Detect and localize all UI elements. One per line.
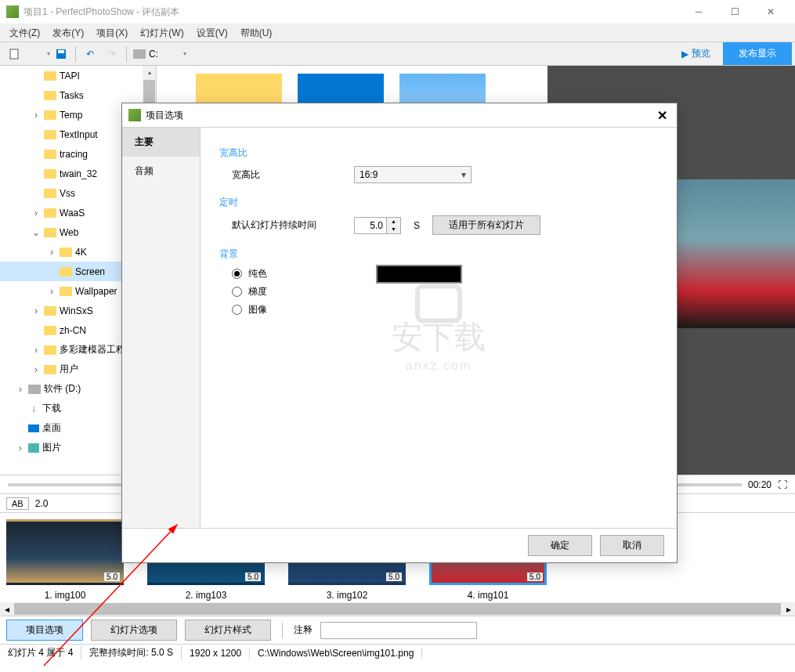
- folder-icon: [44, 306, 56, 316]
- publish-button[interactable]: 发布显示: [723, 42, 792, 65]
- spinner-down-icon[interactable]: ▼: [387, 226, 400, 233]
- dialog-content: 宽高比 宽高比 16:9 定时 默认幻灯片持续时间 ▲▼ S 适用于所有幻灯片 …: [201, 128, 677, 528]
- bg-color-swatch[interactable]: [376, 265, 462, 284]
- tab-audio[interactable]: 音频: [122, 157, 200, 186]
- menu-publish[interactable]: 发布(Y): [46, 23, 90, 42]
- play-icon: ▶: [681, 49, 688, 60]
- duration-input[interactable]: [355, 218, 386, 233]
- slide-caption: 3. img102: [288, 590, 406, 601]
- undo-button[interactable]: ↶: [80, 44, 100, 64]
- tree-item-label: Screen: [75, 266, 105, 277]
- tree-arrow-icon: ›: [47, 247, 56, 258]
- scroll-right-icon[interactable]: ▸: [782, 602, 795, 616]
- slide-duration: 5.0: [245, 573, 261, 581]
- fullscreen-icon[interactable]: ⛶: [778, 479, 787, 490]
- folder-icon: [44, 345, 56, 355]
- folder-icon: [44, 365, 56, 374]
- apply-all-button[interactable]: 适用于所有幻灯片: [432, 215, 540, 235]
- slide-caption: 1. img100: [6, 590, 124, 601]
- tree-item-label: WinSxS: [60, 305, 93, 316]
- svg-rect-2: [58, 50, 64, 53]
- tree-item-label: 用户: [60, 363, 78, 376]
- tree-arrow-icon: ⌄: [31, 227, 41, 238]
- redo-button[interactable]: ↷: [102, 44, 122, 64]
- drive-selector[interactable]: C:: [130, 49, 161, 60]
- tree-item-label: zh-CN: [60, 325, 86, 336]
- dialog-close-button[interactable]: ✕: [654, 108, 670, 123]
- minimize-button[interactable]: ─: [681, 0, 717, 23]
- tree-item-label: 图片: [42, 441, 61, 454]
- zoom-value: 2.0: [35, 498, 49, 509]
- tree-item-label: Tasks: [60, 90, 84, 101]
- browse-button[interactable]: [162, 44, 182, 64]
- folder-icon: [44, 150, 56, 159]
- slide-caption: 4. img101: [429, 590, 547, 601]
- menu-help[interactable]: 帮助(U): [234, 23, 279, 42]
- status-slide-count: 幻灯片 4 属于 4: [0, 646, 81, 659]
- open-button[interactable]: [26, 44, 46, 64]
- preview-button[interactable]: ▶ 预览: [672, 44, 720, 63]
- folder-icon: [44, 169, 56, 179]
- slide-options-button[interactable]: 幻灯片选项: [91, 620, 177, 641]
- tree-arrow-icon: ›: [31, 345, 41, 356]
- cancel-button[interactable]: 取消: [600, 535, 664, 556]
- tree-item-label: 4K: [75, 247, 87, 258]
- bg-gradient-radio[interactable]: [232, 287, 242, 297]
- close-button[interactable]: ✕: [753, 0, 789, 23]
- bg-solid-radio[interactable]: [232, 269, 242, 279]
- tree-arrow-icon: ›: [31, 305, 41, 316]
- menu-project[interactable]: 项目(X): [90, 23, 134, 42]
- tree-arrow-icon: ›: [31, 364, 41, 375]
- tree-item-label: 软件 (D:): [44, 382, 81, 396]
- titlebar: 项目1 - PerfectPhotoShow - 评估副本 ─ ☐ ✕: [0, 0, 795, 23]
- save-button[interactable]: [51, 44, 71, 64]
- tree-item-label: Vss: [60, 188, 75, 199]
- bg-image-radio[interactable]: [232, 305, 242, 315]
- scroll-up-icon[interactable]: ▴: [143, 66, 156, 79]
- toolbar: ▾ ↶ ↷ C: ▾ ▶ 预览 发布显示: [0, 42, 795, 66]
- bg-section-title: 背景: [219, 247, 658, 261]
- timeline-time: 00:20: [748, 479, 772, 490]
- menubar: 文件(Z) 发布(Y) 项目(X) 幻灯片(W) 设置(V) 帮助(U): [0, 23, 795, 42]
- slide-styles-button[interactable]: 幻灯片样式: [185, 620, 271, 641]
- new-button[interactable]: [4, 44, 24, 64]
- ab-button[interactable]: AB: [6, 497, 29, 510]
- aspect-combo[interactable]: 16:9: [354, 166, 472, 183]
- slide-thumb[interactable]: 5.01. img100: [6, 519, 124, 601]
- duration-spinner[interactable]: ▲▼: [354, 217, 401, 234]
- horizontal-scrollbar[interactable]: ◂ ▸: [0, 602, 795, 616]
- menu-file[interactable]: 文件(Z): [3, 23, 46, 42]
- tree-item-label: Web: [60, 227, 78, 238]
- scroll-left-icon[interactable]: ◂: [0, 602, 13, 616]
- svg-rect-0: [10, 49, 18, 59]
- menu-settings[interactable]: 设置(V): [190, 23, 234, 42]
- folder-icon: [44, 189, 56, 198]
- slide-duration: 5.0: [527, 573, 543, 581]
- maximize-button[interactable]: ☐: [717, 0, 753, 23]
- scroll-thumb[interactable]: [143, 80, 155, 103]
- aspect-label: 宽高比: [232, 168, 341, 182]
- tree-item-label: 多彩建模器工程: [60, 343, 125, 356]
- folder-icon: [60, 287, 72, 296]
- folder-icon: [60, 247, 72, 257]
- bg-solid-label: 纯色: [248, 267, 267, 280]
- annotation-input[interactable]: [320, 622, 477, 639]
- tree-item-label: tracing: [60, 149, 88, 160]
- bg-gradient-label: 梯度: [248, 285, 267, 298]
- statusbar: 幻灯片 4 属于 4 完整持续时间: 5.0 S 1920 x 1200 C:\…: [0, 644, 795, 661]
- tree-arrow-icon: ›: [16, 443, 25, 453]
- tree-item-label: Wallpaper: [75, 286, 117, 297]
- tree-item[interactable]: TAPI: [0, 66, 156, 85]
- project-options-button[interactable]: 项目选项: [6, 620, 83, 641]
- h-scroll-thumb[interactable]: [14, 603, 781, 615]
- tree-arrow-icon: ›: [47, 286, 56, 297]
- download-icon: ↓: [28, 403, 39, 414]
- tree-item-label: 下载: [42, 402, 61, 415]
- bottom-bar: 项目选项 幻灯片选项 幻灯片样式 注释: [0, 616, 795, 644]
- tree-item-label: twain_32: [60, 168, 97, 179]
- ok-button[interactable]: 确定: [528, 535, 592, 556]
- menu-slides[interactable]: 幻灯片(W): [134, 23, 190, 42]
- spinner-up-icon[interactable]: ▲: [387, 218, 400, 226]
- tab-main[interactable]: 主要: [122, 128, 200, 157]
- tree-item-label: 桌面: [42, 421, 61, 435]
